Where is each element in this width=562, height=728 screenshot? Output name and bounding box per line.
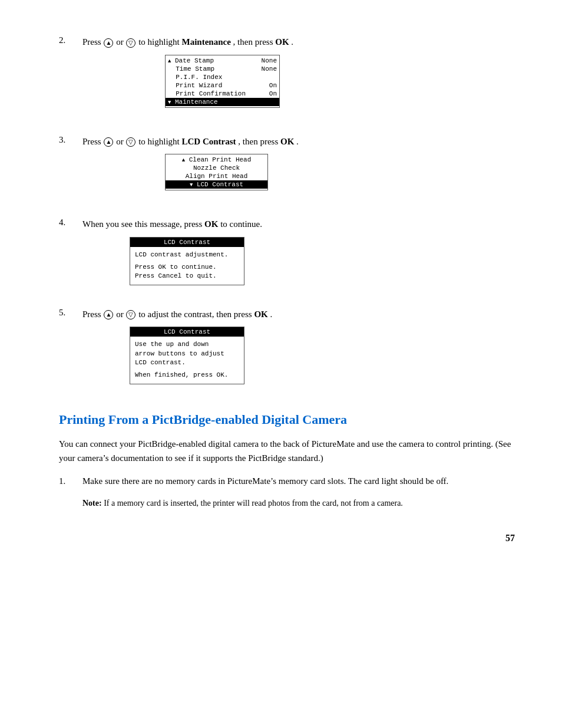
section-heading: Printing From a PictBridge-enabled Digit… [59,411,515,429]
step-5: 5. Press ▲ or ▽ to adjust the contrast, … [59,308,515,393]
dialog-2-title: LCD Contrast [130,327,244,337]
or-label-2: or [116,37,125,47]
period-5: . [270,309,272,319]
step-4-text: When you see this message, press OK to c… [82,218,515,231]
step-4: 4. When you see this message, press OK t… [59,218,515,294]
up-icon-5: ▲ [104,310,113,319]
step-4-content: When you see this message, press OK to c… [82,218,515,294]
section-step-1: 1. Make sure there are no memory cards i… [59,475,515,488]
note-text: If a memory card is inserted, the printe… [104,499,403,508]
screen-1-wrapper: ▲ Date StampNone Time StampNone P.I.F. I… [130,55,515,113]
dialog-1-title: LCD Contrast [130,238,244,247]
sub-item-lcd: ▼ LCD Contrast [166,180,267,189]
menu-item-wizard: Print WizardOn [166,81,279,90]
screen-menu-2: ▲ Clean Print Head Nozzle Check Align Pr… [165,154,268,190]
highlight-word-3: LCD Contrast [182,137,236,146]
down-icon-2: ▽ [126,38,135,48]
dialog-1-line-3: Press Cancel to quit. [135,272,239,281]
or-label-5: or [116,309,125,319]
step-4-end: to continue. [220,219,262,229]
ok-label-3: OK [280,137,294,146]
step-3-number: 3. [59,135,82,145]
step-5-mid: to adjust the contrast, then press [138,309,254,319]
down-icon-3: ▽ [126,137,135,147]
ok-label-5: OK [254,309,267,319]
press-label-3: Press [82,137,101,146]
section-body: You can connect your PictBridge-enabled … [59,437,515,465]
menu-item-timestamp: Time StampNone [166,65,279,73]
step-2: 2. Press ▲ or ▽ to highlight Maintenance… [59,35,515,121]
sub-item-align: Align Print Head [166,172,267,180]
note-block: Note: If a memory card is inserted, the … [82,497,515,509]
step-5-text: Press ▲ or ▽ to adjust the contrast, the… [82,308,515,321]
dialog-2-line-2: arrow buttons to adjust [135,350,239,358]
step-3-content: Press ▲ or ▽ to highlight LCD Contrast ,… [82,135,515,204]
page-number: 57 [59,533,515,543]
highlight-word-2: Maintenance [182,37,231,47]
menu-item-maintenance: ▼ Maintenance [166,98,279,106]
screen-menu-1: ▲ Date StampNone Time StampNone P.I.F. I… [165,55,280,108]
dialog-1-line-2: Press OK to continue. [135,263,239,272]
down-icon-5: ▽ [126,310,135,319]
menu-item-pif: P.I.F. Index [166,73,279,81]
dialog-2-line-4: When finished, press OK. [135,371,239,380]
screen-4-wrapper: LCD Contrast Use the up and down arrow b… [130,327,515,384]
step-2-content: Press ▲ or ▽ to highlight Maintenance , … [82,35,515,121]
dialog-2-body: Use the up and down arrow buttons to adj… [130,337,244,384]
dialog-2-line-1: Use the up and down [135,340,239,349]
section-step-1-number: 1. [59,475,78,488]
menu-item-confirmation: Print ConfirmationOn [166,90,279,98]
dialog-1-body: LCD contrast adjustment. Press OK to con… [130,247,244,285]
step-3: 3. Press ▲ or ▽ to highlight LCD Contras… [59,135,515,204]
step-4-number: 4. [59,218,82,228]
press-label-5: Press [82,309,101,319]
to-highlight-3: to highlight [138,137,181,146]
step-5-content: Press ▲ or ▽ to adjust the contrast, the… [82,308,515,393]
to-highlight-2: to highlight [138,37,181,47]
step-5-number: 5. [59,308,82,318]
up-icon-2: ▲ [104,38,113,48]
or-label-3: or [116,137,125,146]
then-press-3: , then press [238,137,280,146]
ok-label-2: OK [275,37,289,47]
sub-item-nozzle: Nozzle Check [166,164,267,172]
menu-item-datestamp: ▲ Date StampNone [166,57,279,65]
dialog-1-line-1: LCD contrast adjustment. [135,251,239,259]
screen-2-wrapper: ▲ Clean Print Head Nozzle Check Align Pr… [130,154,515,195]
step-3-text: Press ▲ or ▽ to highlight LCD Contrast ,… [82,135,515,149]
press-label-2: Press [82,37,101,47]
step-4-intro: When you see this message, press [82,219,204,229]
period-3: . [296,137,299,146]
step-2-text: Press ▲ or ▽ to highlight Maintenance , … [82,35,515,49]
note-label: Note: [82,499,102,508]
up-icon-3: ▲ [104,137,113,147]
section-step-1-text: Make sure there are no memory cards in P… [82,475,448,488]
dialog-2-line-3: LCD contrast. [135,358,239,367]
then-press-2: , then press [233,37,276,47]
screen-dialog-1: LCD Contrast LCD contrast adjustment. Pr… [130,237,244,285]
period-2: . [291,37,293,47]
ok-label-4: OK [204,219,218,229]
sub-item-clean: ▲ Clean Print Head [166,156,267,164]
screen-dialog-2: LCD Contrast Use the up and down arrow b… [130,327,244,384]
step-2-number: 2. [59,35,82,45]
screen-3-wrapper: LCD Contrast LCD contrast adjustment. Pr… [130,237,515,285]
